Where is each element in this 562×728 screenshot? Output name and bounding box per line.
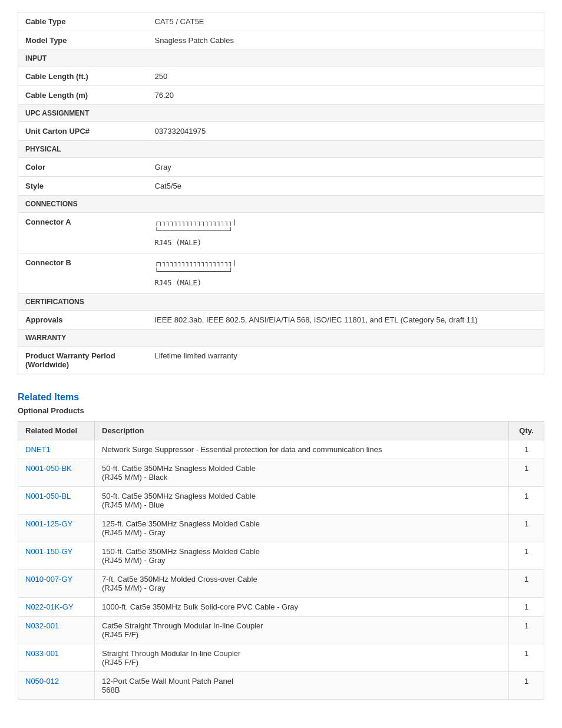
spec-label: Product Warranty Period (Worldwide) xyxy=(18,347,148,374)
table-row: N001-150-GY 150-ft. Cat5e 350MHz Snagles… xyxy=(18,542,544,570)
related-model[interactable]: N033-001 xyxy=(18,644,95,672)
optional-products-label: Optional Products xyxy=(18,406,544,415)
related-model[interactable]: N010-007-GY xyxy=(18,570,95,598)
related-model[interactable]: N032-001 xyxy=(18,617,95,644)
related-model-link[interactable]: N001-125-GY xyxy=(25,519,72,528)
spec-section-header: CONNECTIONS xyxy=(18,196,544,213)
related-qty: 1 xyxy=(509,570,544,598)
related-description: Network Surge Suppressor - Essential pro… xyxy=(95,440,509,459)
spec-value: IEEE 802.3ab, IEEE 802.5, ANSI/EIA/TIA 5… xyxy=(148,311,544,330)
related-qty: 1 xyxy=(509,617,544,644)
related-model-link[interactable]: N001-050-BL xyxy=(25,492,71,500)
table-row: DNET1 Network Surge Suppressor - Essenti… xyxy=(18,440,544,459)
spec-label: Cable Type xyxy=(18,12,148,31)
related-model-link[interactable]: DNET1 xyxy=(25,445,51,454)
related-qty: 1 xyxy=(509,459,544,487)
related-model-link[interactable]: N001-150-GY xyxy=(25,547,72,556)
spec-section-header: UPC ASSIGNMENT xyxy=(18,105,544,122)
spec-section-header: INPUT xyxy=(18,50,544,67)
spec-value: CAT5 / CAT5E xyxy=(148,12,544,31)
spec-value: Gray xyxy=(148,158,544,177)
related-model-link[interactable]: N033-001 xyxy=(25,649,59,658)
specs-table: Cable Type CAT5 / CAT5E Model Type Snagl… xyxy=(18,12,544,374)
spec-value: 76.20 xyxy=(148,86,544,105)
related-description: 50-ft. Cat5e 350MHz Snagless Molded Cabl… xyxy=(95,487,509,515)
related-model[interactable]: DNET1 xyxy=(18,440,95,459)
spec-label: Color xyxy=(18,158,148,177)
spec-connector-value: ┌┐┐┐┐┐┐┐┐┐┐┐┐┐┐┐┐┐┐┐| └─────────────────… xyxy=(148,213,544,253)
table-row: N010-007-GY 7-ft. Cat5e 350MHz Molded Cr… xyxy=(18,570,544,598)
spec-section-header: PHYSICAL xyxy=(18,141,544,158)
related-qty: 1 xyxy=(509,542,544,570)
related-description: 7-ft. Cat5e 350MHz Molded Cross-over Cab… xyxy=(95,570,509,598)
spec-label: Connector B xyxy=(18,253,148,294)
table-row: N001-125-GY 125-ft. Cat5e 350MHz Snagles… xyxy=(18,515,544,542)
related-description: 150-ft. Cat5e 350MHz Snagless Molded Cab… xyxy=(95,542,509,570)
table-row: N001-050-BL 50-ft. Cat5e 350MHz Snagless… xyxy=(18,487,544,515)
table-row: N032-001 Cat5e Straight Through Modular … xyxy=(18,617,544,644)
related-description: 125-ft. Cat5e 350MHz Snagless Molded Cab… xyxy=(95,515,509,542)
spec-label: Unit Carton UPC# xyxy=(18,122,148,141)
connector-icon: ┌┐┐┐┐┐┐┐┐┐┐┐┐┐┐┐┐┐┐┐| └─────────────────… xyxy=(155,218,537,248)
related-model[interactable]: N050-012 xyxy=(18,672,95,700)
related-qty: 1 xyxy=(509,515,544,542)
spec-label: Style xyxy=(18,177,148,196)
related-model-header: Related Model xyxy=(18,421,95,440)
table-row: N022-01K-GY 1000-ft. Cat5e 350MHz Bulk S… xyxy=(18,598,544,617)
spec-label: Cable Length (m) xyxy=(18,86,148,105)
qty-header: Qty. xyxy=(509,421,544,440)
related-qty: 1 xyxy=(509,598,544,617)
spec-value: Cat5/5e xyxy=(148,177,544,196)
related-description: 50-ft. Cat5e 350MHz Snagless Molded Cabl… xyxy=(95,459,509,487)
table-row: N001-050-BK 50-ft. Cat5e 350MHz Snagless… xyxy=(18,459,544,487)
related-model-link[interactable]: N001-050-BK xyxy=(25,464,72,473)
related-items-title: Related Items xyxy=(18,392,544,403)
spec-value: Lifetime limited warranty xyxy=(148,347,544,374)
related-description: 12-Port Cat5e Wall Mount Patch Panel568B xyxy=(95,672,509,700)
related-items-section: Related Items Optional Products Related … xyxy=(18,392,544,700)
table-row: N033-001 Straight Through Modular In-lin… xyxy=(18,644,544,672)
connector-label: RJ45 (MALE) xyxy=(155,278,537,288)
spec-label: Connector A xyxy=(18,213,148,253)
spec-label: Model Type xyxy=(18,31,148,50)
related-model[interactable]: N001-050-BL xyxy=(18,487,95,515)
related-qty: 1 xyxy=(509,487,544,515)
spec-label: Cable Length (ft.) xyxy=(18,67,148,86)
table-row: N050-012 12-Port Cat5e Wall Mount Patch … xyxy=(18,672,544,700)
spec-value: 250 xyxy=(148,67,544,86)
related-description: Straight Through Modular In-line Coupler… xyxy=(95,644,509,672)
related-description: Cat5e Straight Through Modular In-line C… xyxy=(95,617,509,644)
related-qty: 1 xyxy=(509,672,544,700)
related-model-link[interactable]: N050-012 xyxy=(25,677,59,686)
spec-value: 037332041975 xyxy=(148,122,544,141)
related-model-link[interactable]: N010-007-GY xyxy=(25,575,72,584)
related-model[interactable]: N022-01K-GY xyxy=(18,598,95,617)
related-qty: 1 xyxy=(509,644,544,672)
spec-section-header: CERTIFICATIONS xyxy=(18,294,544,311)
related-description: 1000-ft. Cat5e 350MHz Bulk Solid-core PV… xyxy=(95,598,509,617)
related-items-table: Related Model Description Qty. DNET1 Net… xyxy=(18,421,544,700)
connector-icon: ┌┐┐┐┐┐┐┐┐┐┐┐┐┐┐┐┐┐┐┐| └─────────────────… xyxy=(155,258,537,289)
spec-connector-value: ┌┐┐┐┐┐┐┐┐┐┐┐┐┐┐┐┐┐┐┐| └─────────────────… xyxy=(148,253,544,294)
spec-value: Snagless Patch Cables xyxy=(148,31,544,50)
related-model[interactable]: N001-125-GY xyxy=(18,515,95,542)
related-model[interactable]: N001-050-BK xyxy=(18,459,95,487)
description-header: Description xyxy=(95,421,509,440)
spec-section-header: WARRANTY xyxy=(18,330,544,347)
related-model-link[interactable]: N022-01K-GY xyxy=(25,602,74,611)
related-model-link[interactable]: N032-001 xyxy=(25,621,59,630)
related-model[interactable]: N001-150-GY xyxy=(18,542,95,570)
related-qty: 1 xyxy=(509,440,544,459)
connector-label: RJ45 (MALE) xyxy=(155,238,537,248)
spec-label: Approvals xyxy=(18,311,148,330)
